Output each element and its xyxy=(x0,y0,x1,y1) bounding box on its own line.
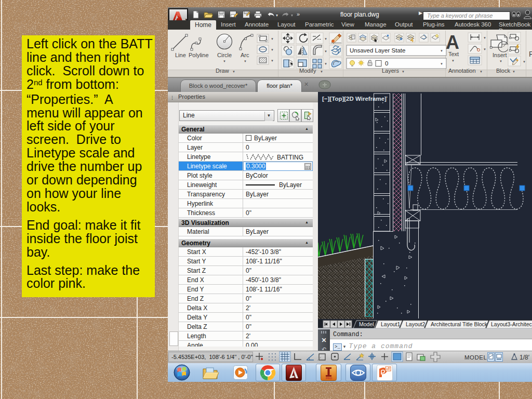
svg-text:Unsaved Layer State: Unsaved Layer State xyxy=(350,47,405,54)
svg-text:▼: ▼ xyxy=(324,37,327,41)
svg-text:▼: ▼ xyxy=(523,60,526,63)
svg-text:Layout1: Layout1 xyxy=(381,321,401,327)
svg-text:Polyline: Polyline xyxy=(189,52,209,58)
svg-text:Modify: Modify xyxy=(299,68,316,74)
svg-text:▼: ▼ xyxy=(320,70,323,73)
svg-text:▼: ▼ xyxy=(271,48,274,51)
svg-text:Layout3-Architec: Layout3-Architec xyxy=(491,321,532,327)
svg-text:[−][Top][2D Wireframe]: [−][Top][2D Wireframe] xyxy=(322,96,387,102)
svg-text:Model: Model xyxy=(359,321,374,327)
svg-text:▼: ▼ xyxy=(244,60,247,63)
svg-text:▼: ▼ xyxy=(324,50,327,53)
svg-text:▼: ▼ xyxy=(271,59,274,62)
svg-text:▼: ▼ xyxy=(480,70,483,73)
svg-text:0: 0 xyxy=(385,60,388,66)
svg-text:Arc: Arc xyxy=(241,52,249,58)
svg-text:Draw: Draw xyxy=(216,68,229,74)
svg-text:▼: ▼ xyxy=(223,60,226,63)
svg-text:▼: ▼ xyxy=(402,70,405,73)
svg-text:▼: ▼ xyxy=(440,49,443,52)
svg-text:▼: ▼ xyxy=(499,60,502,63)
svg-text:▼: ▼ xyxy=(451,59,455,62)
svg-text:PRO: PRO xyxy=(326,377,332,380)
svg-text:▼: ▼ xyxy=(483,36,486,39)
svg-text:▼: ▼ xyxy=(512,70,515,73)
svg-text:▼: ▼ xyxy=(271,37,274,41)
svg-text:Line: Line xyxy=(175,52,186,58)
svg-text:▼: ▼ xyxy=(324,62,327,65)
svg-text:Block: Block xyxy=(496,68,510,74)
svg-text:▼: ▼ xyxy=(440,62,443,65)
svg-text:Layers: Layers xyxy=(382,68,400,74)
svg-text:A: A xyxy=(446,32,459,53)
svg-text:P: P xyxy=(529,50,532,58)
svg-text:Text: Text xyxy=(448,51,459,57)
svg-text:Annotation: Annotation xyxy=(448,68,476,74)
svg-text:Layout2: Layout2 xyxy=(406,321,425,327)
svg-text:Architectural Title Block: Architectural Title Block xyxy=(431,321,488,327)
svg-text:Insert: Insert xyxy=(493,52,507,58)
svg-text:Circle: Circle xyxy=(217,52,232,58)
svg-text:▼: ▼ xyxy=(483,48,486,51)
svg-text:▼: ▼ xyxy=(232,70,235,73)
